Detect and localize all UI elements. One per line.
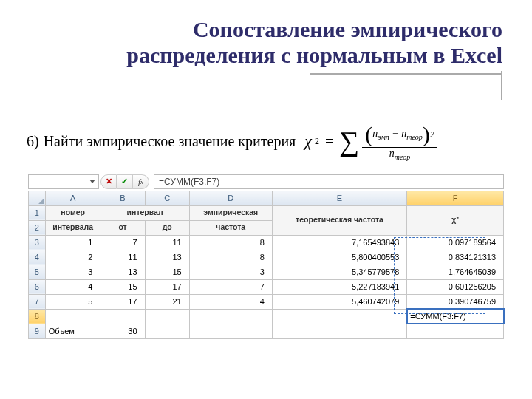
cell[interactable] <box>407 324 504 338</box>
title-tick <box>501 71 502 100</box>
sigma-icon: ∑ <box>339 127 359 155</box>
cell[interactable]: 5,460742079 <box>272 294 407 309</box>
cell[interactable]: 1,764645039 <box>407 265 504 279</box>
cell[interactable]: 15 <box>145 265 189 279</box>
cell[interactable]: 11 <box>145 235 189 250</box>
cell[interactable]: 17 <box>145 279 189 294</box>
cell[interactable]: 4 <box>189 294 272 309</box>
dropdown-icon <box>89 180 95 183</box>
col-header-B[interactable]: B <box>100 191 145 205</box>
header-cell[interactable]: эмпирическая <box>189 205 272 220</box>
title-line-1: Сопоставление эмпирического <box>193 17 502 41</box>
header-cell[interactable]: частота <box>189 220 272 235</box>
header-cell[interactable]: теоретическая частота <box>272 205 407 235</box>
step-text: Найти эмпирическое значение критерия <box>44 133 296 150</box>
row-header[interactable]: 7 <box>29 294 46 309</box>
cell[interactable] <box>189 309 272 324</box>
col-header-F[interactable]: F <box>407 191 504 205</box>
row-header[interactable]: 1 <box>29 205 46 220</box>
active-cell[interactable]: =СУММ(F3:F7) <box>407 309 504 324</box>
formula-bar: ✕ ✓ fx =СУММ(F3:F7) <box>28 174 504 189</box>
spreadsheet-grid[interactable]: A B C D E F 1 номер интервал эмпирическа… <box>28 191 504 339</box>
header-cell[interactable]: от <box>100 220 145 235</box>
row-header[interactable]: 4 <box>29 250 46 265</box>
row-header[interactable]: 8 <box>29 309 46 324</box>
cell[interactable]: 3 <box>189 265 272 279</box>
col-header-E[interactable]: E <box>272 191 407 205</box>
cell[interactable]: 0,390746759 <box>407 294 504 309</box>
cell[interactable] <box>189 324 272 338</box>
cell[interactable]: 5,227183941 <box>272 279 407 294</box>
cell[interactable]: 8 <box>189 250 272 265</box>
row-header[interactable]: 3 <box>29 235 46 250</box>
cell[interactable]: 0,834121313 <box>407 250 504 265</box>
formula-equals: = <box>325 133 333 150</box>
cell[interactable]: 0,601256205 <box>407 279 504 294</box>
select-all-corner[interactable] <box>29 191 46 205</box>
slide-title: Сопоставление эмпирического распределени… <box>0 0 532 69</box>
confirm-button[interactable]: ✓ <box>117 174 133 189</box>
step-number: 6) <box>27 133 39 150</box>
cell[interactable]: 15 <box>100 279 145 294</box>
cell[interactable]: 7 <box>189 279 272 294</box>
title-underline <box>310 73 502 75</box>
cell[interactable]: 11 <box>100 250 145 265</box>
col-header-D[interactable]: D <box>189 191 272 205</box>
spreadsheet-area: ✕ ✓ fx =СУММ(F3:F7) A B C D E F 1 номер <box>28 174 504 339</box>
title-line-2: распределения с нормальным в Excel <box>126 43 502 67</box>
step-line: 6) Найти эмпирическое значение критерия … <box>27 122 502 161</box>
formula-bar-buttons: ✕ ✓ fx <box>100 174 149 189</box>
header-cell[interactable]: до <box>145 220 189 235</box>
header-cell[interactable]: интервала <box>45 220 100 235</box>
row-header[interactable]: 6 <box>29 279 46 294</box>
cell[interactable]: 5 <box>45 294 100 309</box>
row-header[interactable]: 2 <box>29 220 46 235</box>
formula-input[interactable]: =СУММ(F3:F7) <box>154 174 504 189</box>
cell[interactable] <box>145 309 189 324</box>
cell[interactable]: 13 <box>100 265 145 279</box>
formula-fraction: ( nэмп − nтеор ) 2 nтеор <box>362 122 437 161</box>
header-cell[interactable]: номер <box>45 205 100 220</box>
cell[interactable]: 0,097189564 <box>407 235 504 250</box>
cell[interactable] <box>272 309 407 324</box>
name-box[interactable] <box>28 174 99 189</box>
row-header[interactable]: 9 <box>29 324 46 338</box>
cell[interactable]: 5,800400553 <box>272 250 407 265</box>
header-cell[interactable]: χ² <box>407 205 504 235</box>
formula: χ2 = ∑ ( nэмп − nтеор ) 2 nтеор <box>304 122 437 161</box>
cell[interactable]: 5,345779578 <box>272 265 407 279</box>
cell[interactable] <box>272 324 407 338</box>
cell[interactable] <box>100 309 145 324</box>
cell[interactable]: 30 <box>100 324 145 338</box>
cell[interactable]: 3 <box>45 265 100 279</box>
row-header[interactable]: 5 <box>29 265 46 279</box>
cancel-button[interactable]: ✕ <box>100 174 117 189</box>
cell[interactable]: 7,165493843 <box>272 235 407 250</box>
cell[interactable]: 8 <box>189 235 272 250</box>
col-header-A[interactable]: A <box>45 191 100 205</box>
cell[interactable]: 21 <box>145 294 189 309</box>
col-header-C[interactable]: C <box>145 191 189 205</box>
cell[interactable] <box>145 324 189 338</box>
cell[interactable]: 17 <box>100 294 145 309</box>
cell[interactable]: 1 <box>45 235 100 250</box>
formula-chi: χ <box>304 132 312 151</box>
cell[interactable]: 2 <box>45 250 100 265</box>
header-cell[interactable]: интервал <box>100 205 189 220</box>
cell[interactable] <box>45 309 100 324</box>
grid-wrap: A B C D E F 1 номер интервал эмпирическа… <box>28 191 504 339</box>
cell[interactable]: 7 <box>100 235 145 250</box>
cell[interactable]: 4 <box>45 279 100 294</box>
cell[interactable]: 13 <box>145 250 189 265</box>
cell[interactable]: Объем <box>45 324 100 338</box>
formula-chi-exp: 2 <box>315 136 319 147</box>
fx-button[interactable]: fx <box>133 174 149 189</box>
